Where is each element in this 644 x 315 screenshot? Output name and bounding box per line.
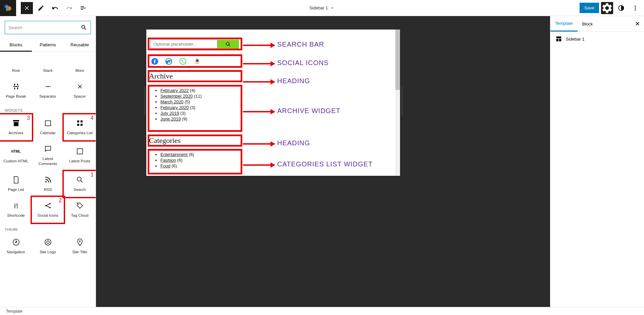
anno-heading-2: HEADING [277,139,310,147]
settings-button[interactable] [601,2,613,14]
anno-categories-widget: CATEGORIES LIST WIDGET [277,160,373,168]
whatsapp-icon[interactable] [179,58,187,65]
block-categories-list[interactable]: Categories List 4 [64,114,96,140]
block-more[interactable]: More [64,52,96,78]
svg-point-5 [635,9,636,10]
svg-rect-10 [81,124,83,126]
svg-point-20 [47,241,49,244]
save-button[interactable]: Save [580,3,599,13]
svg-rect-9 [77,124,79,126]
redo-button [63,2,75,14]
document-title-text: Sidebar 1 [309,5,328,10]
block-row[interactable]: Row [0,52,32,78]
toggle-inserter-button[interactable] [21,2,33,14]
archive-item[interactable]: June 2019 (9) [160,116,202,121]
block-page-break[interactable]: Page Break [0,78,32,104]
block-shortcode[interactable]: [/]Shortcode [0,197,32,223]
template-part-icon [555,35,562,43]
block-search-input[interactable] [8,25,81,30]
template-name: Sidebar 1 [566,37,585,42]
listview-button[interactable] [77,2,89,14]
anno-search-bar: SEARCH BAR [277,41,324,48]
block-site-logo[interactable]: Site Logo [32,233,64,259]
preview-search-button[interactable] [217,40,239,49]
svg-point-17 [78,204,79,205]
undo-button[interactable] [49,2,61,14]
archive-item[interactable]: February 2020 (3) [160,105,202,110]
settings-close-button[interactable]: ✕ [631,20,644,28]
section-theme-heading: THEME [0,223,96,233]
svg-point-21 [79,241,81,242]
block-latest-comments[interactable]: Latest Comments [32,140,64,171]
svg-point-2 [6,8,9,11]
svg-point-15 [49,203,51,204]
breadcrumb[interactable]: Template [6,309,22,314]
resize-handle-left[interactable] [144,87,146,115]
svg-point-22 [226,42,229,45]
block-navigation[interactable]: Navigation [0,233,32,259]
template-row[interactable]: Sidebar 1 [555,35,639,43]
settings-tab-block[interactable]: Block [578,17,598,31]
category-item[interactable]: Food (6) [160,163,194,168]
tab-blocks[interactable]: Blocks [0,39,32,52]
svg-point-16 [49,207,51,208]
svg-point-19 [45,239,51,245]
svg-rect-7 [77,120,79,122]
search-icon [81,24,87,31]
section-widgets-heading: WIDGETS [0,104,96,114]
document-title[interactable]: Sidebar 1 [309,5,335,10]
block-spacer[interactable]: Spacer [64,78,96,104]
svg-point-25 [180,58,186,64]
category-item[interactable]: Entertainment (6) [160,152,194,157]
block-custom-html[interactable]: HTMLCustom HTML [0,140,32,171]
editor-canvas[interactable]: Archive February 2022 (4)September 2020 … [146,30,400,176]
block-separator[interactable]: Separator [32,78,64,104]
block-rss[interactable]: RSS [32,171,64,197]
facebook-icon[interactable] [151,58,158,65]
anno-social-icons: SOCIAL ICONS [277,59,329,67]
preview-social-icons[interactable] [151,58,201,65]
block-tag-cloud[interactable]: Tag Cloud [64,197,96,223]
block-page-list[interactable]: Page List [0,171,32,197]
anno-archive-widget: ARCHIVE WIDGET [277,107,340,115]
archive-item[interactable]: March 2020 (5) [160,99,202,104]
block-social-icons[interactable]: Social Icons 2 [32,197,64,223]
anno-heading-1: HEADING [277,77,310,85]
svg-point-14 [45,205,47,206]
block-search[interactable] [5,21,91,34]
preview-archive-list[interactable]: February 2022 (4)September 2020 (11)Marc… [150,87,202,122]
preview-categories-heading[interactable]: Categories [149,136,181,145]
wordpress-icon[interactable] [165,58,172,65]
edit-icon[interactable] [35,2,47,14]
block-archives[interactable]: Archives 3 [0,114,32,140]
preview-categories-list[interactable]: Entertainment (6)Fashion (6)Food (6) [150,151,194,169]
svg-rect-6 [45,121,51,126]
archive-item[interactable]: February 2022 (4) [160,88,202,93]
tab-patterns[interactable]: Patterns [32,39,64,52]
preview-archive-heading[interactable]: Archive [149,72,173,81]
settings-tab-template[interactable]: Template [550,16,578,32]
preview-search-input[interactable] [150,40,217,49]
category-item[interactable]: Fashion (6) [160,158,194,163]
svg-point-3 [635,5,636,6]
svg-point-12 [45,181,47,182]
block-calendar[interactable]: Calendar [32,114,64,140]
resize-handle-right[interactable] [401,87,403,115]
block-site-title[interactable]: Site Title [64,233,96,259]
canvas-scrollbar[interactable] [395,30,400,176]
styles-button[interactable] [615,2,627,14]
more-button[interactable] [629,2,641,14]
wp-logo[interactable] [0,0,16,16]
block-search[interactable]: Search 1 [64,171,96,197]
block-stack[interactable]: Stack [32,52,64,78]
archive-item[interactable]: July 2019 (3) [160,111,202,116]
amazon-icon[interactable] [193,58,201,65]
chevron-down-icon [330,6,335,10]
archive-item[interactable]: September 2020 (11) [160,94,202,99]
svg-rect-8 [81,120,83,122]
svg-point-4 [635,7,636,8]
svg-point-13 [77,177,81,181]
svg-rect-11 [77,149,83,154]
tab-reusable[interactable]: Reusable [64,39,96,52]
block-latest-posts[interactable]: Latest Posts [64,140,96,171]
